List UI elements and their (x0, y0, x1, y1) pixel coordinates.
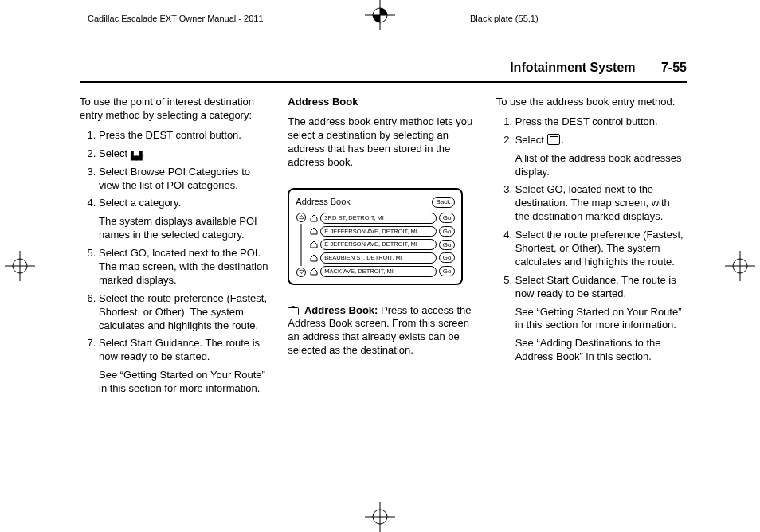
content-frame: Infotainment System 7-55 To use the poin… (80, 48, 687, 497)
home-icon (310, 268, 318, 276)
running-head: Infotainment System 7-55 (510, 60, 687, 76)
col3-step-5-sub1: See “Getting Started on Your Route” in t… (515, 306, 687, 333)
columns: To use the point of interest destination… (80, 96, 687, 497)
print-meta: Cadillac Escalade EXT Owner Manual - 201… (88, 13, 672, 37)
col1-step-7-sub: See “Getting Started on Your Route” in t… (99, 369, 270, 396)
col1-step-6: Select the route preference (Fastest, Sh… (99, 292, 270, 333)
address-book-icon (547, 134, 560, 145)
scroll-track (301, 224, 302, 266)
svg-marker-12 (300, 216, 304, 219)
col1-intro: To use the point of interest destination… (80, 96, 270, 123)
home-icon (310, 254, 318, 262)
ab-row-addr: E JEFFERSON AVE, DETROIT, MI (320, 226, 436, 237)
col3-step-4: Select the route preference (Fastest, Sh… (515, 229, 687, 269)
col1-steps: Press the DEST control button. Select ▙▟… (80, 129, 270, 396)
ab-row-go: Go (439, 213, 456, 223)
ab-titlebar: Address Book Back (296, 196, 455, 207)
svg-marker-15 (311, 228, 317, 234)
page-number: 7-55 (661, 61, 687, 74)
home-icon (310, 227, 318, 235)
ab-row-addr: BEAUBIEN ST, DETROIT, MI (320, 252, 436, 264)
col3-step-3: Select GO, located next to the destinati… (515, 183, 687, 224)
crop-mark-right (725, 251, 755, 281)
col1-step-1: Press the DEST control button. (99, 129, 270, 143)
col3-steps: Press the DEST control button. Select . … (496, 115, 687, 364)
registration-mark-bottom (365, 502, 395, 532)
col3-step-5-sub2: See “Adding Destinations to the Address … (515, 337, 687, 364)
scroll-down-icon (296, 268, 306, 277)
scroll-up-icon (296, 213, 306, 222)
page: Cadillac Escalade EXT Owner Manual - 201… (0, 0, 760, 532)
ab-row: MACK AVE, DETROIT, MI Go (310, 266, 455, 277)
col1-step-4-sub: The system displays available POI names … (99, 215, 270, 242)
ab-row-go: Go (439, 266, 456, 276)
col3-step-2: Select . A list of the address book addr… (515, 134, 687, 179)
ab-scrollbar (296, 213, 307, 277)
col2-p1: The address book entry method lets you s… (288, 115, 478, 170)
ab-row: E JEFFERSON AVE, DETROIT, MI Go (310, 239, 455, 250)
column-1: To use the point of interest destination… (80, 96, 270, 497)
header-rule (80, 81, 687, 83)
ab-row: BEAUBIEN ST, DETROIT, MI Go (310, 252, 455, 264)
svg-rect-19 (288, 307, 299, 315)
section-title: Infotainment System (510, 61, 635, 74)
ab-row-go: Go (439, 226, 456, 237)
col2-heading: Address Book (288, 96, 478, 109)
ab-row-go: Go (439, 252, 456, 263)
ab-rows: 3RD ST, DETROIT, MI Go E JEFFERSON AVE, … (310, 213, 455, 277)
address-book-illustration: Address Book Back 3RD ST, DETROIT, (288, 188, 463, 284)
ab-def-label: Address Book: (304, 304, 378, 316)
ab-row-addr: 3RD ST, DETROIT, MI (320, 213, 436, 224)
col1-step-4: Select a category. The system displays a… (99, 197, 270, 242)
ab-list: 3RD ST, DETROIT, MI Go E JEFFERSON AVE, … (296, 213, 455, 277)
home-icon (310, 241, 318, 248)
svg-marker-17 (311, 255, 317, 261)
column-2: Address Book The address book entry meth… (288, 96, 478, 497)
ab-title: Address Book (296, 196, 350, 207)
ab-row-addr: MACK AVE, DETROIT, MI (320, 266, 436, 277)
col1-step-7: Select Start Guidance. The route is now … (99, 337, 270, 396)
col2-address-book-def: Address Book: Press to access the Addres… (288, 304, 478, 358)
col3-step-2-sub: A list of the address book addresses dis… (515, 152, 687, 179)
ab-row-go: Go (439, 240, 456, 250)
home-icon (310, 214, 318, 222)
ab-row-addr: E JEFFERSON AVE, DETROIT, MI (320, 239, 436, 250)
crop-mark-left (5, 251, 35, 281)
svg-marker-14 (311, 215, 317, 221)
col1-step-3: Select Browse POI Categories to view the… (99, 166, 270, 193)
doc-title: Cadillac Escalade EXT Owner Manual - 201… (88, 13, 264, 24)
ab-back-button: Back (432, 197, 456, 208)
col3-intro: To use the address book entry method: (496, 96, 687, 109)
svg-marker-18 (311, 268, 317, 275)
col1-step-2: Select ▙▟. (99, 147, 270, 161)
svg-marker-16 (311, 241, 317, 248)
col3-step-5: Select Start Guidance. The route is now … (515, 274, 687, 364)
plate-label: Black plate (55,1) (470, 13, 539, 24)
col3-step-1: Press the DEST control button. (515, 115, 687, 129)
ab-row: E JEFFERSON AVE, DETROIT, MI Go (310, 226, 455, 237)
poi-icon: ▙▟ (131, 151, 142, 161)
ab-row: 3RD ST, DETROIT, MI Go (310, 213, 455, 224)
column-3: To use the address book entry method: Pr… (496, 96, 687, 497)
address-book-icon (288, 306, 299, 315)
col1-step-5: Select GO, located next to the POI. The … (99, 247, 270, 288)
svg-marker-13 (300, 270, 304, 273)
